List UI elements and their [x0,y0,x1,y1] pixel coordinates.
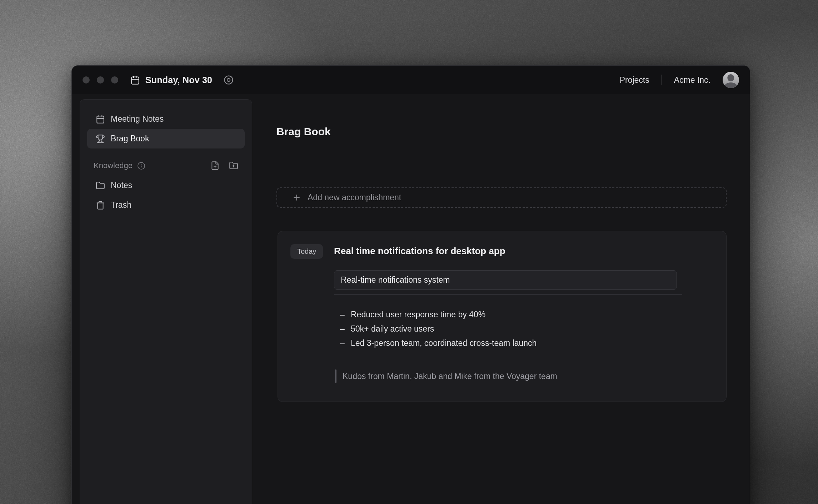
sidebar-item-label: Meeting Notes [111,114,164,124]
sidebar-item-label: Brag Book [111,134,149,143]
folder-icon [96,181,105,190]
window-controls [83,76,118,84]
today-target-button[interactable] [223,74,234,86]
titlebar-right: Projects Acme Inc. [620,72,739,88]
quote-text: Kudos from Martin, Jakub and Mike from t… [343,372,557,381]
accomplishment-title: Real time notifications for desktop app [334,246,505,257]
app-window: Sunday, Nov 30 Projects Acme Inc. [71,65,750,504]
trash-icon [96,201,105,210]
bullet-marker: – [340,324,351,334]
titlebar-divider [662,75,662,85]
accomplishment-bullet-list: – Reduced user response time by 40% – 50… [340,307,537,350]
zoom-button[interactable] [111,76,118,84]
bullet-text: 50k+ daily active users [351,324,434,334]
calendar-icon [130,75,140,85]
input-divider [334,294,682,295]
page-title: Brag Book [276,126,331,138]
knowledge-label: Knowledge [94,161,133,170]
trophy-icon [96,134,105,143]
bullet-text: Led 3-person team, coordinated cross-tea… [351,338,537,348]
plus-icon [292,193,301,202]
add-accomplishment-button[interactable]: Add new accomplishment [276,187,727,208]
sidebar-item-trash[interactable]: Trash [87,195,245,215]
close-button[interactable] [83,76,90,84]
list-item: – Reduced user response time by 40% [340,307,537,322]
quote-bar [335,369,336,383]
linked-note-input[interactable] [334,270,677,290]
bullet-text: Reduced user response time by 40% [351,310,485,319]
new-folder-button[interactable] [229,161,238,170]
sidebar: Meeting Notes Brag Book Knowledge [80,99,252,504]
org-switcher[interactable]: Acme Inc. [674,75,710,85]
calendar-icon [96,115,105,124]
sidebar-item-notes[interactable]: Notes [87,176,245,195]
avatar-silhouette-head [727,74,734,81]
minimize-button[interactable] [97,76,104,84]
bullet-marker: – [340,338,351,348]
avatar-silhouette-body [724,82,738,88]
sidebar-item-label: Notes [111,181,132,190]
new-note-button[interactable] [210,161,220,170]
titlebar: Sunday, Nov 30 Projects Acme Inc. [72,66,750,94]
list-item: – 50k+ daily active users [340,322,537,336]
knowledge-section-header: Knowledge [87,158,245,173]
desktop: Sunday, Nov 30 Projects Acme Inc. [0,0,818,504]
accomplishment-card: Today Real time notifications for deskto… [278,231,727,402]
sidebar-item-brag-book[interactable]: Brag Book [87,129,245,148]
kudos-quote: Kudos from Martin, Jakub and Mike from t… [335,369,557,383]
sidebar-item-label: Trash [111,200,131,210]
date-badge: Today [290,244,323,259]
main-content: Brag Book Add new accomplishment Today R… [276,99,750,504]
add-accomplishment-label: Add new accomplishment [308,193,401,202]
projects-link[interactable]: Projects [620,75,649,85]
bullet-marker: – [340,310,351,319]
list-item: – Led 3-person team, coordinated cross-t… [340,336,537,350]
info-icon[interactable] [137,162,145,170]
current-date-label: Sunday, Nov 30 [145,75,212,85]
user-avatar[interactable] [723,72,739,88]
date-navigator[interactable]: Sunday, Nov 30 [130,75,212,85]
sidebar-item-meeting-notes[interactable]: Meeting Notes [87,109,245,129]
